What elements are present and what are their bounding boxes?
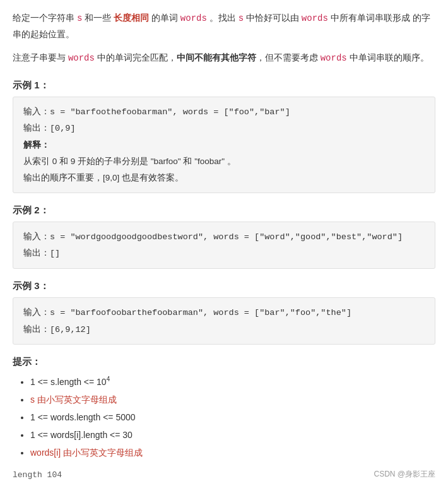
example-1-explain-line2: 输出的顺序不重要，[9,0] 也是有效答案。 <box>23 170 425 186</box>
hint-item-2: s 由小写英文字母组成 <box>30 391 435 408</box>
example-1-output: 输出：[0,9] <box>23 120 425 137</box>
example-3-input: 输入：s = "barfoofoobarthefoobarman", words… <box>23 304 425 321</box>
example-2-output: 输出：[] <box>23 245 425 262</box>
hint-1-text: 1 <= s.length <= 104 <box>30 377 110 387</box>
words-note2: words <box>321 53 347 63</box>
hints-title: 提示： <box>13 356 435 368</box>
note-paragraph: 注意子串要与 words 中的单词完全匹配，中间不能有其他字符，但不需要考虑 w… <box>13 50 435 66</box>
example-1-input-value: s = "barfoothefoobarman", words = ["foo"… <box>50 107 290 117</box>
intro-paragraph: 给定一个字符串 s 和一些 长度相同 的单词 words 。找出 s 中恰好可以… <box>13 10 435 42</box>
hints-section: 提示： 1 <= s.length <= 104 s 由小写英文字母组成 1 <… <box>13 356 435 461</box>
example-2: 示例 2： 输入：s = "wordgoodgoodgoodbestword",… <box>13 204 435 269</box>
example-3: 示例 3： 输入：s = "barfoofoobarthefoobarman",… <box>13 280 435 345</box>
example-3-output-value: [6,9,12] <box>50 325 91 335</box>
hint-1-sup: 4 <box>107 376 110 383</box>
bold-no-other: 中间不能有其他字符 <box>177 52 256 62</box>
hint-item-1: 1 <= s.length <= 104 <box>30 373 435 391</box>
example-2-output-value: [] <box>50 249 60 258</box>
example-3-input-value: s = "barfoofoobarthefoobarman", words = … <box>50 308 351 317</box>
example-3-box: 输入：s = "barfoofoobarthefoobarman", words… <box>13 297 435 345</box>
hint-item-4: 1 <= words[i].length <= 30 <box>30 426 435 444</box>
example-1-explain-line1: 从索引 0 和 9 开始的子串分别是 "barfoo" 和 "foobar" 。 <box>23 153 425 170</box>
example-1-explain-label: 解释： <box>23 137 425 154</box>
hint-5-text: words[i] 由小写英文字母组成 <box>30 447 143 458</box>
hints-list: 1 <= s.length <= 104 s 由小写英文字母组成 1 <= wo… <box>13 373 435 461</box>
example-3-output: 输出：[6,9,12] <box>23 321 425 338</box>
example-2-title: 示例 2： <box>13 204 435 216</box>
example-1-output-value: [0,9] <box>50 124 76 133</box>
example-1-input: 输入：s = "barfoothefoobarman", words = ["f… <box>23 104 425 121</box>
s-var2: s <box>239 13 244 23</box>
hint-item-3: 1 <= words.length <= 5000 <box>30 408 435 426</box>
example-2-input-value: s = "wordgoodgoodgoodbestword", words = … <box>50 232 403 242</box>
hint-4-text: 1 <= words[i].length <= 30 <box>30 430 133 440</box>
example-2-input: 输入：s = "wordgoodgoodgoodbestword", words… <box>23 228 425 246</box>
watermark: CSDN @身影王座 <box>374 469 435 480</box>
example-1-title: 示例 1： <box>13 80 435 92</box>
example-3-title: 示例 3： <box>13 280 435 292</box>
s-var: s <box>77 13 82 23</box>
hint-2-text: s 由小写英文字母组成 <box>30 394 117 405</box>
example-1-box: 输入：s = "barfoothefoobarman", words = ["f… <box>13 97 435 193</box>
words-var2: words <box>302 13 328 23</box>
hint-item-5: words[i] 由小写英文字母组成 <box>30 444 435 461</box>
words-var: words <box>180 13 207 23</box>
example-1: 示例 1： 输入：s = "barfoothefoobarman", words… <box>13 80 435 193</box>
bold-same-length: 长度相同 <box>114 13 149 23</box>
length-hint: length 104 <box>13 470 435 480</box>
example-2-box: 输入：s = "wordgoodgoodgoodbestword", words… <box>13 222 435 269</box>
hint-3-text: 1 <= words.length <= 5000 <box>30 412 136 422</box>
words-note: words <box>68 53 95 63</box>
